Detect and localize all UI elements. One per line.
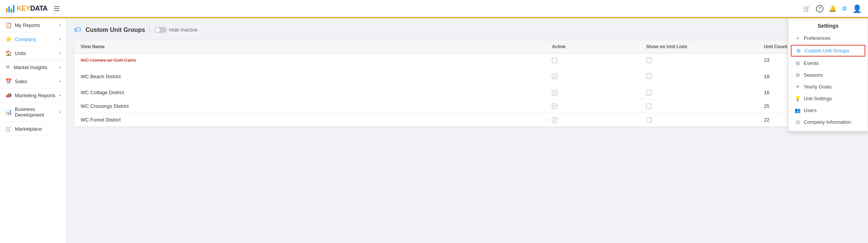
show-checkbox-4[interactable] [646, 104, 652, 109]
events-icon: ⊞ [795, 60, 801, 66]
settings-label-company-information: Company Information [804, 119, 851, 125]
cell-show-4 [640, 99, 758, 113]
chevron-down-icon-biz: ▾ [59, 110, 61, 114]
cell-show-5 [640, 113, 758, 127]
topbar-right: 🛒 ? 🔔 ⚙ 👤 [803, 4, 862, 13]
logo[interactable]: KEYDATA [6, 5, 48, 13]
settings-item-events[interactable]: ⊞ Events [789, 57, 868, 69]
gear-icon[interactable]: ⚙ [842, 5, 847, 12]
logo-key: KEY [17, 5, 30, 12]
sidebar-item-sales[interactable]: 📅 Sales ▾ [0, 74, 66, 88]
table-row: WC Crossings District 25 [75, 99, 860, 113]
sidebar-item-marketing-reports[interactable]: 📣 Marketing Reports ▾ [0, 88, 66, 103]
user-icon[interactable]: 👤 [852, 4, 862, 13]
active-checkbox-4[interactable] [552, 104, 557, 109]
unit-settings-icon: 💡 [795, 96, 801, 101]
sidebar: 📋 My Reports ▾ ⭐ Company ▾ 🏠 Units ▾ 👁 M… [0, 18, 67, 243]
company-icon: ⭐ [5, 36, 12, 42]
settings-item-unit-settings[interactable]: 💡 Unit Settings [789, 93, 868, 104]
marketing-reports-icon: 📣 [5, 92, 12, 98]
chevron-down-icon-market: ▾ [59, 65, 61, 69]
seasons-icon: ⊞ [795, 72, 801, 78]
sidebar-item-market-insights[interactable]: 👁 Market Insights ▾ [0, 60, 66, 74]
cell-active-3 [546, 86, 640, 99]
cell-view-name-5: WC Forest District [75, 113, 546, 127]
settings-dropdown-panel: Settings ≡ Preferences ⊞ Custom Unit Gro… [788, 18, 868, 131]
settings-item-yearly-goals[interactable]: ✳ Yearly Goals [789, 81, 868, 93]
settings-item-users[interactable]: 👥 Users [789, 104, 868, 116]
sidebar-item-business-development[interactable]: 📊 Business Development ▾ [0, 103, 66, 122]
sidebar-label-sales: Sales [15, 79, 27, 84]
settings-item-custom-unit-groups[interactable]: ⊞ Custom Unit Groups [791, 45, 865, 57]
cell-view-name-4: WC Crossings District [75, 99, 546, 113]
sidebar-item-marketplace[interactable]: 🛒 Marketplace [0, 122, 66, 136]
logo-bars-icon [6, 5, 14, 13]
active-checkbox-5[interactable] [552, 117, 557, 123]
hide-inactive-toggle-group[interactable]: Hide Inactive [154, 27, 197, 33]
chevron-down-icon: ▾ [59, 23, 61, 27]
show-checkbox-5[interactable] [646, 117, 652, 123]
units-icon: 🏠 [5, 50, 12, 56]
settings-panel-title: Settings [789, 18, 868, 32]
chevron-down-icon-units: ▾ [59, 51, 61, 55]
chevron-down-icon-marketing: ▾ [59, 93, 61, 98]
sidebar-item-company[interactable]: ⭐ Company ▾ [0, 32, 66, 46]
sidebar-label-marketplace: Marketplace [15, 126, 42, 132]
market-insights-icon: 👁 [5, 64, 11, 70]
page-header: 🏷 Custom Unit Groups Hide Inactive [74, 26, 860, 34]
table-row: WC Cottage District 16 [75, 86, 860, 99]
cell-active-4 [546, 99, 640, 113]
my-reports-icon: 📋 [5, 22, 12, 28]
bell-icon[interactable]: 🔔 [829, 5, 836, 12]
company-info-icon: ⊟ [795, 119, 801, 125]
col-header-view-name: View Name [75, 40, 546, 54]
settings-label-unit-settings: Unit Settings [804, 96, 832, 101]
show-checkbox-2[interactable] [646, 74, 652, 79]
cell-view-name-1: WC Homes w/ Golf Carts [75, 54, 546, 67]
help-icon[interactable]: ? [816, 5, 823, 13]
active-checkbox-3[interactable] [552, 90, 557, 95]
table-container: View Name Active Show on Unit Lists Unit… [74, 40, 860, 127]
marketplace-icon: 🛒 [5, 126, 12, 132]
logo-data: DATA [30, 5, 48, 12]
sidebar-label-market-insights: Market Insights [14, 65, 47, 70]
active-checkbox-1[interactable] [552, 58, 557, 63]
hide-inactive-label: Hide Inactive [169, 27, 197, 33]
settings-item-company-information[interactable]: ⊟ Company Information [789, 116, 868, 128]
cell-show-2 [640, 67, 758, 86]
col-header-active: Active [546, 40, 640, 54]
settings-item-seasons[interactable]: ⊞ Seasons [789, 69, 868, 81]
sidebar-label-company: Company [15, 36, 36, 42]
table-row: WC Homes w/ Golf Carts 23 [75, 54, 860, 67]
users-icon: 👥 [795, 107, 801, 113]
show-checkbox-3[interactable] [646, 90, 652, 95]
cell-active-5 [546, 113, 640, 127]
settings-item-preferences[interactable]: ≡ Preferences [789, 32, 868, 44]
show-checkbox-1[interactable] [646, 58, 652, 63]
logo-text: KEYDATA [17, 5, 48, 13]
sidebar-item-units[interactable]: 🏠 Units ▾ [0, 46, 66, 60]
settings-label-events: Events [804, 60, 819, 66]
hide-inactive-toggle[interactable] [154, 27, 167, 33]
active-checkbox-2[interactable] [552, 74, 557, 79]
settings-label-seasons: Seasons [804, 72, 823, 78]
topbar: KEYDATA ☰ 🛒 ? 🔔 ⚙ 👤 [0, 0, 868, 18]
page-title-icon: 🏷 [74, 26, 81, 34]
header-divider [149, 26, 150, 34]
logo-bar-3 [11, 9, 12, 13]
cell-show-3 [640, 86, 758, 99]
logo-bar-2 [8, 6, 10, 13]
table-row: WC Beach District 18 Edit [75, 67, 860, 86]
preferences-icon: ≡ [795, 35, 801, 41]
table-row: WC Forest District 22 [75, 113, 860, 127]
settings-label-preferences: Preferences [804, 35, 830, 41]
hamburger-menu-icon[interactable]: ☰ [54, 5, 60, 13]
logo-bar-1 [6, 8, 8, 13]
logo-bar-4 [13, 5, 14, 13]
page-title: Custom Unit Groups [86, 27, 145, 33]
cell-active-2 [546, 67, 640, 86]
col-header-show-on-unit-lists: Show on Unit Lists [640, 40, 758, 54]
table-header-row: View Name Active Show on Unit Lists Unit… [75, 40, 860, 54]
sidebar-item-my-reports[interactable]: 📋 My Reports ▾ [0, 18, 66, 32]
cart-icon[interactable]: 🛒 [803, 5, 811, 12]
